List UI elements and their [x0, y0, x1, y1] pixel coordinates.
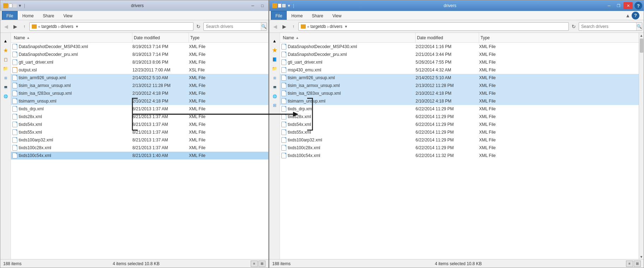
left-view-details-btn[interactable]: ≡ [251, 261, 258, 267]
left-forward-button[interactable]: ▶ [11, 22, 19, 31]
file-row[interactable]: DataSnapshotDecoder_MSP430.xml 2/22/2014… [280, 43, 639, 51]
right-sidebar-star-icon[interactable]: ★ [271, 46, 279, 54]
right-sidebar-scroll-up[interactable]: ▲ [271, 37, 279, 45]
file-row[interactable]: tixds100c28x.xml 8/21/2013 1:37 AM XML F… [11, 144, 268, 152]
right-sidebar-icon2[interactable]: 📘 [271, 56, 279, 63]
file-date-cell: 8/21/2013 1:40 AM [132, 153, 189, 158]
right-up-button[interactable]: ↑ [289, 22, 298, 31]
file-icon [281, 59, 286, 65]
left-sidebar-star-icon[interactable]: ★ [2, 46, 10, 54]
file-row[interactable]: output.xsl 12/23/2011 7:00 AM XSL File [11, 66, 268, 74]
left-search-input[interactable] [204, 24, 261, 29]
left-back-button[interactable]: ◀ [2, 22, 10, 31]
file-row[interactable]: gti_uart_driver.xml 5/26/2014 7:55 PM XM… [280, 58, 639, 66]
left-minimize-button[interactable]: ─ [248, 2, 257, 9]
right-tab-share[interactable]: Share [307, 11, 328, 20]
right-address-path[interactable]: « targetdb › drivers ▾ [298, 22, 569, 31]
file-row[interactable]: tisim_isa_armxx_unsup.xml 2/13/2012 11:2… [280, 82, 639, 89]
right-view-large-btn[interactable]: ⊞ [634, 261, 641, 267]
right-sidebar-folder-icon[interactable]: 📁 [271, 65, 279, 72]
left-col-name-header[interactable]: Name ▲ [12, 33, 132, 42]
right-scroll-down[interactable]: ▼ [639, 254, 644, 259]
file-row[interactable]: tixds28x.xml 6/22/2014 11:29 PM XML File [280, 113, 639, 121]
left-address-path[interactable]: « targetdb › drivers ▾ [29, 22, 193, 31]
right-back-button[interactable]: ◀ [271, 22, 279, 31]
left-tab-share[interactable]: Share [38, 11, 59, 20]
file-row[interactable]: tixds54x.xml 6/22/2014 11:29 PM XML File [280, 121, 639, 128]
right-ribbon-help-icon[interactable]: ? [632, 12, 639, 19]
left-maximize-button[interactable]: □ [258, 2, 267, 9]
file-row[interactable]: tixds_drp.xml 8/21/2013 1:37 AM XML File [11, 105, 268, 113]
right-col-date-header[interactable]: Date modified [416, 33, 479, 42]
left-col-date-header[interactable]: Date modified [132, 33, 189, 42]
right-close-button[interactable]: ✕ [624, 2, 633, 9]
left-file-list-area: Name ▲ Date modified Type DataSnapshotDe… [11, 33, 268, 259]
right-scroll-up[interactable]: ▲ [639, 33, 644, 38]
right-sidebar-network-icon[interactable]: 🌐 [271, 92, 279, 100]
file-row[interactable]: tixds54x.xml 8/21/2013 1:37 AM XML File [11, 121, 268, 128]
file-row[interactable]: gti_uart_driver.xml 8/19/2013 8:06 PM XM… [11, 58, 268, 66]
left-up-button[interactable]: ↑ [20, 22, 29, 31]
right-help-button[interactable]: ? [634, 2, 642, 10]
file-row[interactable]: tisimarm_unsup.xml 2/10/2012 4:18 PM XML… [280, 97, 639, 105]
right-tab-view[interactable]: View [328, 11, 346, 20]
left-tab-home[interactable]: Home [18, 11, 38, 20]
right-refresh-button[interactable]: ↻ [570, 22, 578, 31]
left-tab-file[interactable]: File [2, 11, 18, 20]
file-row[interactable]: DataSnapshotDecoder_pru.xml 2/21/2014 3:… [280, 51, 639, 58]
right-vert-scroll[interactable]: ▲ ▼ [639, 33, 644, 259]
right-search-input[interactable] [579, 24, 636, 29]
file-row[interactable]: msp430_emu.xml 5/12/2014 4:32 AM XML Fil… [280, 66, 639, 74]
file-row[interactable]: tisim_isa_armxx_unsup.xml 2/13/2012 11:2… [11, 82, 268, 89]
right-restore-button[interactable]: ❐ [614, 2, 623, 9]
left-sidebar-icon2[interactable]: 📋 [2, 56, 10, 63]
right-sidebar-computer-icon[interactable]: 💻 [271, 83, 279, 91]
left-col-type-header[interactable]: Type [189, 33, 217, 42]
file-row[interactable]: tisim_isa_f283xx_unsup.xml 2/10/2012 4:1… [280, 89, 639, 97]
file-row[interactable]: tixds100c54x.xml 6/22/2014 11:32 PM XML … [280, 152, 639, 159]
right-title-dropdown-arrow[interactable]: ▼ [287, 4, 291, 8]
right-col-name-header[interactable]: Name ▲ [281, 33, 416, 42]
file-row[interactable]: tixds28x.xml 8/21/2013 1:37 AM XML File [11, 113, 268, 121]
left-tab-view[interactable]: View [59, 11, 77, 20]
right-tab-home[interactable]: Home [287, 11, 307, 20]
file-row[interactable]: DataSnapshotDecoder_MSP430.xml 8/19/2013… [11, 43, 268, 51]
file-name-cell: tixds100c54x.xml [281, 153, 416, 158]
file-row[interactable]: tixds_drp.xml 6/22/2014 11:29 PM XML Fil… [280, 105, 639, 113]
right-chevron-up[interactable]: ▲ [625, 13, 630, 18]
file-row[interactable]: tixds100arp32.xml 8/21/2013 1:37 AM XML … [11, 136, 268, 144]
right-sidebar-grid-icon[interactable]: ⊞ [271, 101, 279, 109]
left-sidebar-computer-icon[interactable]: 💻 [2, 83, 10, 91]
right-view-details-btn[interactable]: ≡ [626, 261, 633, 267]
left-view-large-btn[interactable]: ⊞ [258, 261, 266, 267]
file-row[interactable]: tisimarm_unsup.xml 2/10/2012 4:18 PM XML… [11, 97, 268, 105]
right-minimize-button[interactable]: ─ [604, 2, 614, 9]
file-row[interactable]: tisim_arm926_unsup.xml 2/14/2012 5:10 AM… [280, 74, 639, 82]
file-row[interactable]: tisim_arm926_unsup.xml 2/14/2012 5:10 AM… [11, 74, 268, 82]
left-sidebar-network-icon[interactable]: 🌐 [2, 92, 10, 100]
right-col-type-header[interactable]: Type [479, 33, 514, 42]
file-row[interactable]: tixds55x.xml 6/22/2014 11:29 PM XML File [280, 128, 639, 136]
right-scroll-thumb[interactable] [640, 39, 643, 53]
file-row[interactable]: DataSnapshotDecoder_pru.xml 8/19/2013 7:… [11, 51, 268, 58]
right-sidebar-library-icon[interactable]: ⊞ [271, 74, 279, 82]
left-sidebar-library-icon[interactable]: ⊞ [2, 74, 10, 82]
file-date-cell: 8/21/2013 1:37 AM [132, 114, 189, 119]
right-forward-button[interactable]: ▶ [280, 22, 288, 31]
right-search-icon-btn[interactable]: 🔍 [636, 22, 642, 31]
file-row[interactable]: tisim_isa_f283xx_unsup.xml 2/10/2012 4:1… [11, 89, 268, 97]
file-row[interactable]: tixds100arp32.xml 6/22/2014 11:29 PM XML… [280, 136, 639, 144]
file-icon [281, 83, 286, 88]
left-search-icon-btn[interactable]: 🔍 [261, 22, 267, 31]
file-row[interactable]: tixds100c54x.xml 8/21/2013 1:40 AM XML F… [11, 152, 268, 159]
left-status-bar: 188 items 4 items selected 10.8 KB ≡ ⊞ [0, 259, 268, 268]
file-row[interactable]: tixds100c28x.xml 6/22/2014 11:29 PM XML … [280, 144, 639, 152]
left-title-dropdown-arrow[interactable]: ▼ [18, 4, 22, 8]
file-row[interactable]: tixds55x.xml 8/21/2013 1:37 AM XML File [11, 128, 268, 136]
right-tab-file[interactable]: File [271, 11, 287, 20]
left-refresh-button[interactable]: ↻ [194, 22, 203, 31]
right-main-area: ▲ ★ 📘 📁 ⊞ 💻 🌐 ⊞ Name ▲ Date mod [269, 33, 644, 259]
left-sidebar-scroll-up[interactable]: ▲ [2, 37, 10, 45]
file-name-cell: tisimarm_unsup.xml [281, 98, 416, 104]
left-sidebar-folder-icon[interactable]: 📁 [2, 65, 10, 72]
